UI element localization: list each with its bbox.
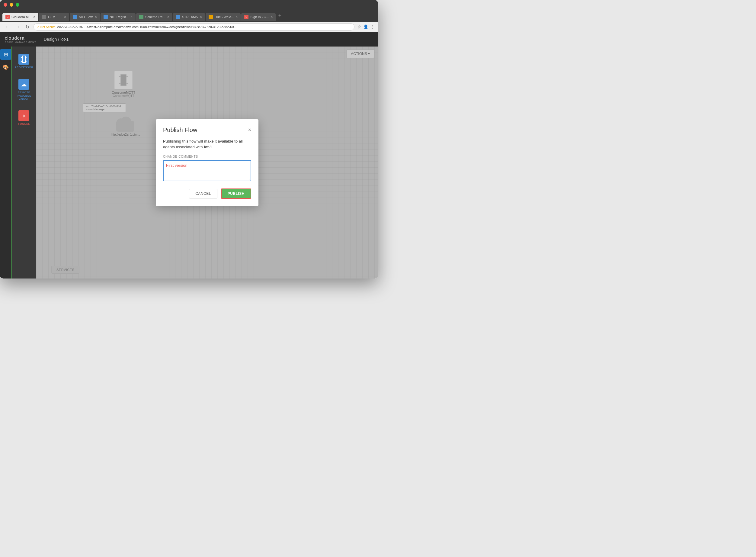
security-warning: ⚠ Not Secure	[37, 25, 56, 29]
tab-favicon-0: C	[5, 15, 10, 19]
profile-icon[interactable]: 👤	[363, 25, 368, 29]
browser-tab-5[interactable]: STREAMS ×	[173, 13, 205, 21]
tab-close-7[interactable]: ×	[271, 15, 273, 19]
traffic-light-red[interactable]	[4, 3, 7, 7]
tool-sidebar: PROCESSOR ☁ REMOTEPROCESSGROUP ⌖ FUNNEL	[12, 47, 36, 278]
tab-label-5: STREAMS	[182, 15, 198, 19]
svg-rect-3	[23, 56, 25, 62]
breadcrumb: Design / iot-1	[44, 37, 68, 42]
remote-process-group-icon-box: ☁	[19, 79, 29, 90]
app-body: cloudera EDGE MANAGEMENT Design / iot-1 …	[0, 32, 378, 278]
forward-button[interactable]: →	[14, 24, 21, 30]
browser-tab-0[interactable]: C Cloudera M... ×	[2, 13, 38, 21]
canvas-area[interactable]: ACTIONS ▾ ConsumeMQTT ConsumeMQTT	[36, 47, 378, 278]
publish-flow-modal: Publish Flow × Publishing this flow will…	[156, 119, 259, 206]
tab-favicon-2	[73, 15, 77, 19]
publish-button[interactable]: PUBLISH	[221, 188, 251, 199]
browser-addressbar: ← → ↻ ⚠ Not Secure ec2-54-202-2-197.us-w…	[0, 22, 378, 32]
modal-overlay: Publish Flow × Publishing this flow will…	[36, 47, 378, 278]
traffic-light-yellow[interactable]	[10, 3, 13, 7]
tab-label-3: NiFi Regist...	[110, 15, 129, 19]
processor-label: PROCESSOR	[14, 66, 33, 69]
tool-processor[interactable]: PROCESSOR	[12, 51, 36, 71]
processor-icon-box	[19, 54, 29, 65]
logo-text: cloudera	[5, 35, 36, 40]
design-icon: 🎨	[3, 64, 9, 70]
tab-favicon-6	[209, 15, 213, 19]
sidebar-item-design[interactable]: 🎨	[0, 62, 11, 72]
menu-icon[interactable]: ⋮	[370, 25, 374, 29]
new-tab-button[interactable]: +	[276, 12, 283, 19]
modal-title: Publish Flow	[163, 126, 197, 134]
browser-tabs: C Cloudera M... × CEM × NiFi Flow × NiFi…	[0, 10, 378, 21]
cloudera-logo: cloudera EDGE MANAGEMENT	[5, 35, 36, 43]
modal-description-bold: iot-1	[204, 145, 212, 149]
modal-header: Publish Flow ×	[163, 126, 251, 134]
refresh-button[interactable]: ↻	[24, 24, 30, 30]
tab-label-4: Schema Re...	[145, 15, 165, 19]
change-comments-input[interactable]: First version	[163, 160, 251, 181]
traffic-light-green[interactable]	[16, 3, 19, 7]
tab-favicon-3	[103, 15, 108, 19]
app-nav-sidebar: ⊞ 🎨	[0, 47, 12, 278]
funnel-label: FUNNEL	[18, 122, 30, 126]
remote-process-group-label: REMOTEPROCESSGROUP	[17, 91, 31, 100]
tab-close-5[interactable]: ×	[200, 15, 202, 19]
dashboard-icon: ⊞	[4, 52, 8, 57]
modal-description-prefix: Publishing this flow will make it availa…	[163, 139, 243, 149]
sidebar-item-dashboard[interactable]: ⊞	[0, 49, 11, 60]
browser-tab-6[interactable]: Hue - Welc... ×	[206, 13, 241, 21]
app-window: C Cloudera M... × CEM × NiFi Flow × NiFi…	[0, 0, 378, 278]
tab-favicon-7: C	[244, 15, 248, 19]
tab-close-6[interactable]: ×	[236, 15, 238, 19]
tab-close-3[interactable]: ×	[130, 15, 132, 19]
tab-label-0: Cloudera M...	[11, 15, 31, 19]
tab-label-7: Sign In - C...	[250, 15, 269, 19]
address-bar[interactable]: ⚠ Not Secure ec2-54-202-2-197.us-west-2.…	[33, 23, 355, 30]
bookmark-icon[interactable]: ☆	[358, 25, 361, 29]
change-comments-label: CHANGE COMMENTS	[163, 155, 251, 158]
modal-description: Publishing this flow will make it availa…	[163, 138, 251, 150]
tab-label-2: NiFi Flow	[79, 15, 93, 19]
browser-tab-3[interactable]: NiFi Regist... ×	[100, 13, 135, 21]
browser-tab-7[interactable]: C Sign In - C... ×	[241, 13, 276, 21]
cancel-button[interactable]: CANCEL	[189, 189, 217, 199]
modal-close-button[interactable]: ×	[248, 127, 251, 133]
browser-chrome: C Cloudera M... × CEM × NiFi Flow × NiFi…	[0, 0, 378, 22]
back-button[interactable]: ←	[4, 24, 11, 30]
tab-favicon-5	[176, 15, 180, 19]
browser-titlebar	[0, 0, 378, 10]
tab-label-1: CEM	[48, 15, 62, 19]
modal-description-suffix: .	[212, 145, 213, 149]
logo-sub: EDGE MANAGEMENT	[5, 41, 36, 43]
browser-actions: ☆ 👤 ⋮	[358, 25, 374, 29]
cloud-icon: ☁	[21, 81, 27, 88]
browser-tab-4[interactable]: Schema Re... ×	[136, 13, 172, 21]
app-header: cloudera EDGE MANAGEMENT Design / iot-1	[0, 32, 378, 47]
tab-close-2[interactable]: ×	[95, 15, 97, 19]
funnel-icon: ⌖	[22, 113, 25, 119]
processor-chip-icon	[21, 55, 27, 63]
tab-close-0[interactable]: ×	[33, 15, 35, 19]
tab-favicon-4	[139, 15, 143, 19]
funnel-icon-box: ⌖	[19, 110, 29, 121]
tab-favicon-1	[42, 15, 46, 19]
url-text: ec2-54-202-2-197.us-west-2.compute.amazo…	[57, 25, 237, 29]
tab-close-1[interactable]: ×	[64, 15, 66, 19]
tool-remote-process-group[interactable]: ☁ REMOTEPROCESSGROUP	[14, 77, 34, 103]
browser-tab-1[interactable]: CEM ×	[39, 13, 69, 21]
browser-tab-2[interactable]: NiFi Flow ×	[70, 13, 100, 21]
modal-actions: CANCEL PUBLISH	[163, 188, 251, 199]
tab-close-4[interactable]: ×	[167, 15, 170, 19]
tool-funnel[interactable]: ⌖ FUNNEL	[16, 108, 32, 128]
tab-label-6: Hue - Welc...	[215, 15, 234, 19]
